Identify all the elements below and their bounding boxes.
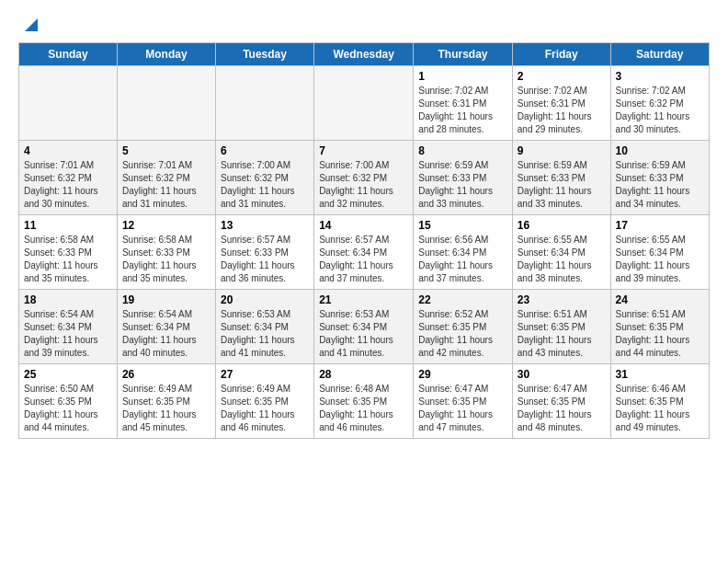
day-info: Sunrise: 6:49 AM Sunset: 6:35 PM Dayligh…: [122, 383, 210, 434]
day-info: Sunrise: 6:52 AM Sunset: 6:35 PM Dayligh…: [418, 308, 507, 360]
day-number: 12: [122, 219, 210, 232]
calendar-day-cell: 23Sunrise: 6:51 AM Sunset: 6:35 PM Dayli…: [512, 290, 610, 364]
calendar-day-cell: 18Sunrise: 6:54 AM Sunset: 6:34 PM Dayli…: [19, 290, 118, 364]
day-number: 19: [122, 293, 210, 306]
calendar-day-cell: 15Sunrise: 6:56 AM Sunset: 6:34 PM Dayli…: [414, 215, 513, 290]
day-info: Sunrise: 6:47 AM Sunset: 6:35 PM Dayligh…: [418, 383, 507, 434]
day-info: Sunrise: 6:58 AM Sunset: 6:33 PM Dayligh…: [122, 234, 210, 285]
day-info: Sunrise: 6:48 AM Sunset: 6:35 PM Dayligh…: [319, 383, 408, 434]
day-info: Sunrise: 7:01 AM Sunset: 6:32 PM Dayligh…: [24, 159, 112, 211]
day-info: Sunrise: 6:51 AM Sunset: 6:35 PM Dayligh…: [616, 308, 704, 360]
calendar-day-cell: 11Sunrise: 6:58 AM Sunset: 6:33 PM Dayli…: [19, 215, 118, 290]
calendar-weekday-thursday: Thursday: [414, 43, 513, 66]
calendar-day-cell: 14Sunrise: 6:57 AM Sunset: 6:34 PM Dayli…: [314, 215, 414, 290]
day-info: Sunrise: 6:59 AM Sunset: 6:33 PM Dayligh…: [418, 159, 507, 211]
day-number: 11: [24, 219, 112, 232]
calendar-day-cell: [215, 66, 313, 141]
calendar-day-cell: 10Sunrise: 6:59 AM Sunset: 6:33 PM Dayli…: [610, 141, 709, 215]
calendar-body: 1Sunrise: 7:02 AM Sunset: 6:31 PM Daylig…: [19, 66, 710, 439]
day-number: 30: [518, 368, 606, 381]
day-number: 25: [24, 368, 112, 381]
day-number: 7: [319, 144, 408, 157]
day-number: 26: [122, 368, 210, 381]
day-info: Sunrise: 6:54 AM Sunset: 6:34 PM Dayligh…: [24, 308, 112, 360]
day-info: Sunrise: 6:56 AM Sunset: 6:34 PM Dayligh…: [418, 234, 507, 285]
day-info: Sunrise: 7:02 AM Sunset: 6:31 PM Dayligh…: [418, 85, 507, 136]
logo-arrow-icon: [21, 15, 41, 35]
day-number: 10: [616, 144, 704, 157]
calendar-header-row: SundayMondayTuesdayWednesdayThursdayFrid…: [19, 43, 710, 66]
day-info: Sunrise: 6:53 AM Sunset: 6:34 PM Dayligh…: [319, 308, 408, 360]
calendar-day-cell: 21Sunrise: 6:53 AM Sunset: 6:34 PM Dayli…: [314, 290, 414, 364]
calendar-day-cell: 26Sunrise: 6:49 AM Sunset: 6:35 PM Dayli…: [117, 364, 215, 439]
calendar-day-cell: 30Sunrise: 6:47 AM Sunset: 6:35 PM Dayli…: [512, 364, 610, 439]
day-info: Sunrise: 6:59 AM Sunset: 6:33 PM Dayligh…: [616, 159, 704, 211]
calendar-day-cell: 9Sunrise: 6:59 AM Sunset: 6:33 PM Daylig…: [512, 141, 610, 215]
calendar-week-row: 18Sunrise: 6:54 AM Sunset: 6:34 PM Dayli…: [19, 290, 710, 364]
calendar-day-cell: 8Sunrise: 6:59 AM Sunset: 6:33 PM Daylig…: [414, 141, 513, 215]
day-number: 15: [418, 219, 507, 232]
calendar-table: SundayMondayTuesdayWednesdayThursdayFrid…: [18, 42, 710, 439]
calendar-week-row: 25Sunrise: 6:50 AM Sunset: 6:35 PM Dayli…: [19, 364, 710, 439]
day-number: 23: [518, 293, 606, 306]
day-number: 8: [418, 144, 507, 157]
calendar-day-cell: 19Sunrise: 6:54 AM Sunset: 6:34 PM Dayli…: [117, 290, 215, 364]
day-info: Sunrise: 6:49 AM Sunset: 6:35 PM Dayligh…: [221, 383, 309, 434]
calendar-day-cell: [314, 66, 414, 141]
day-number: 4: [24, 144, 112, 157]
day-info: Sunrise: 6:50 AM Sunset: 6:35 PM Dayligh…: [24, 383, 112, 434]
day-number: 22: [418, 293, 507, 306]
day-number: 2: [518, 70, 606, 83]
day-info: Sunrise: 7:00 AM Sunset: 6:32 PM Dayligh…: [221, 159, 309, 211]
day-number: 24: [616, 293, 704, 306]
calendar-day-cell: 17Sunrise: 6:55 AM Sunset: 6:34 PM Dayli…: [610, 215, 709, 290]
day-number: 27: [221, 368, 309, 381]
day-number: 20: [221, 293, 309, 306]
calendar-day-cell: 24Sunrise: 6:51 AM Sunset: 6:35 PM Dayli…: [610, 290, 709, 364]
day-number: 5: [122, 144, 210, 157]
day-number: 1: [418, 70, 507, 83]
day-info: Sunrise: 7:02 AM Sunset: 6:32 PM Dayligh…: [616, 85, 704, 136]
calendar-day-cell: 29Sunrise: 6:47 AM Sunset: 6:35 PM Dayli…: [414, 364, 513, 439]
day-info: Sunrise: 6:54 AM Sunset: 6:34 PM Dayligh…: [122, 308, 210, 360]
calendar-day-cell: 3Sunrise: 7:02 AM Sunset: 6:32 PM Daylig…: [610, 66, 709, 141]
calendar-day-cell: 20Sunrise: 6:53 AM Sunset: 6:34 PM Dayli…: [215, 290, 313, 364]
calendar-week-row: 4Sunrise: 7:01 AM Sunset: 6:32 PM Daylig…: [19, 141, 710, 215]
calendar-day-cell: 27Sunrise: 6:49 AM Sunset: 6:35 PM Dayli…: [215, 364, 313, 439]
calendar-day-cell: 25Sunrise: 6:50 AM Sunset: 6:35 PM Dayli…: [19, 364, 118, 439]
day-info: Sunrise: 6:57 AM Sunset: 6:34 PM Dayligh…: [319, 234, 408, 285]
calendar-day-cell: 6Sunrise: 7:00 AM Sunset: 6:32 PM Daylig…: [215, 141, 313, 215]
calendar-day-cell: 1Sunrise: 7:02 AM Sunset: 6:31 PM Daylig…: [414, 66, 513, 141]
day-number: 29: [418, 368, 507, 381]
page-header: [18, 15, 710, 35]
calendar-day-cell: 28Sunrise: 6:48 AM Sunset: 6:35 PM Dayli…: [314, 364, 414, 439]
logo: [18, 15, 41, 35]
day-number: 17: [616, 219, 704, 232]
svg-marker-0: [25, 18, 38, 31]
day-info: Sunrise: 6:55 AM Sunset: 6:34 PM Dayligh…: [616, 234, 704, 285]
day-info: Sunrise: 6:58 AM Sunset: 6:33 PM Dayligh…: [24, 234, 112, 285]
day-info: Sunrise: 7:02 AM Sunset: 6:31 PM Dayligh…: [518, 85, 606, 136]
calendar-day-cell: 16Sunrise: 6:55 AM Sunset: 6:34 PM Dayli…: [512, 215, 610, 290]
day-number: 13: [221, 219, 309, 232]
day-info: Sunrise: 6:59 AM Sunset: 6:33 PM Dayligh…: [518, 159, 606, 211]
day-info: Sunrise: 6:55 AM Sunset: 6:34 PM Dayligh…: [518, 234, 606, 285]
calendar-day-cell: 4Sunrise: 7:01 AM Sunset: 6:32 PM Daylig…: [19, 141, 118, 215]
calendar-weekday-sunday: Sunday: [19, 43, 118, 66]
calendar-week-row: 11Sunrise: 6:58 AM Sunset: 6:33 PM Dayli…: [19, 215, 710, 290]
calendar-day-cell: 2Sunrise: 7:02 AM Sunset: 6:31 PM Daylig…: [512, 66, 610, 141]
day-number: 21: [319, 293, 408, 306]
day-info: Sunrise: 6:47 AM Sunset: 6:35 PM Dayligh…: [518, 383, 606, 434]
calendar-day-cell: 7Sunrise: 7:00 AM Sunset: 6:32 PM Daylig…: [314, 141, 414, 215]
day-number: 31: [616, 368, 704, 381]
day-info: Sunrise: 7:01 AM Sunset: 6:32 PM Dayligh…: [122, 159, 210, 211]
day-info: Sunrise: 7:00 AM Sunset: 6:32 PM Dayligh…: [319, 159, 408, 211]
calendar-weekday-saturday: Saturday: [610, 43, 709, 66]
calendar-day-cell: [19, 66, 118, 141]
day-info: Sunrise: 6:51 AM Sunset: 6:35 PM Dayligh…: [518, 308, 606, 360]
day-info: Sunrise: 6:46 AM Sunset: 6:35 PM Dayligh…: [616, 383, 704, 434]
calendar-weekday-wednesday: Wednesday: [314, 43, 414, 66]
day-number: 6: [221, 144, 309, 157]
calendar-day-cell: 5Sunrise: 7:01 AM Sunset: 6:32 PM Daylig…: [117, 141, 215, 215]
calendar-day-cell: 31Sunrise: 6:46 AM Sunset: 6:35 PM Dayli…: [610, 364, 709, 439]
